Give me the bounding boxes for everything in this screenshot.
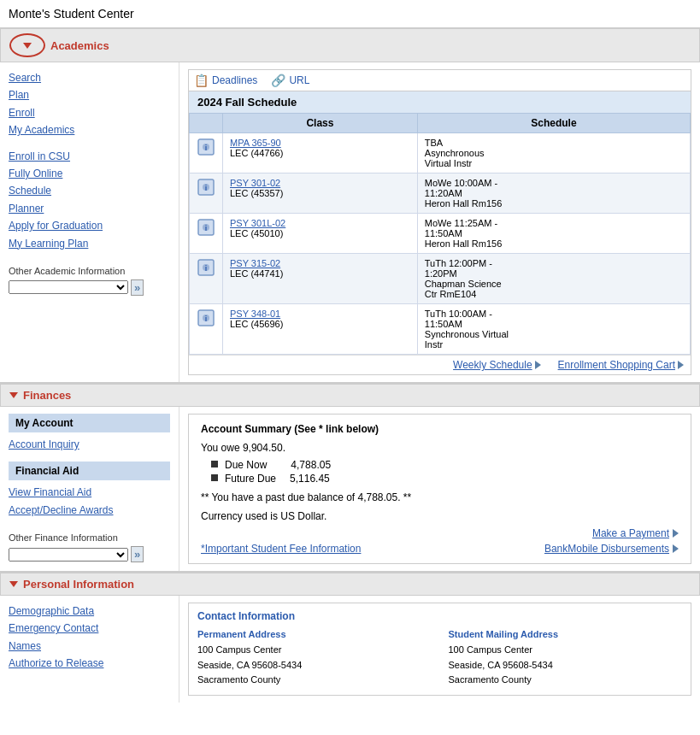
class-code-link[interactable]: PSY 301-02 xyxy=(230,178,280,188)
weekly-schedule-link[interactable]: Weekly Schedule xyxy=(453,359,541,371)
class-schedule-icon[interactable]: i xyxy=(197,138,215,156)
names-link[interactable]: Names xyxy=(9,638,170,655)
past-due-text: ** You have a past due balance of 4,788.… xyxy=(201,491,679,503)
schedule-cell: TBAAsynchronousVirtual Instr xyxy=(417,133,690,173)
class-icon-cell: i xyxy=(190,133,223,173)
deadlines-tab[interactable]: 📋 Deadlines xyxy=(194,74,257,87)
schedule-cell: MoWe 11:25AM -11:50AMHeron Hall Rm156 xyxy=(417,214,690,254)
mailing-address-title: Student Mailing Address xyxy=(449,629,683,639)
class-schedule-icon[interactable]: i xyxy=(197,258,215,277)
class-code-link[interactable]: PSY 315-02 xyxy=(230,258,280,268)
url-icon: 🔗 xyxy=(271,74,285,87)
class-section: LEC (45696) xyxy=(230,319,283,329)
emergency-contact-link[interactable]: Emergency Contact xyxy=(9,620,170,637)
due-now-row: Due Now 4,788.05 xyxy=(211,459,679,471)
account-inquiry-link[interactable]: Account Inquiry xyxy=(9,436,170,453)
future-due-bullet xyxy=(211,474,218,481)
schedule-cell: MoWe 10:00AM -11:20AMHeron Hall Rm156 xyxy=(417,173,690,214)
other-academic-label: Other Academic Information xyxy=(9,266,170,276)
finances-collapse-icon[interactable] xyxy=(9,392,18,398)
deadlines-icon: 📋 xyxy=(194,74,209,87)
finances-header: Finances xyxy=(0,384,700,407)
other-academic-select-row: » xyxy=(9,279,170,296)
svg-text:i: i xyxy=(205,264,208,273)
class-code-link[interactable]: PSY 301L-02 xyxy=(230,218,285,228)
academics-left-panel: Search Plan Enroll My Academics Enroll i… xyxy=(0,62,179,382)
accept-decline-link[interactable]: Accept/Decline Awards xyxy=(9,502,170,519)
schedule-cell: TuTh 10:00AM -11:50AMSynchronous Virtual… xyxy=(417,304,690,355)
make-payment-link[interactable]: Make a Payment xyxy=(592,527,669,539)
tab-bar: 📋 Deadlines 🔗 URL xyxy=(189,70,691,91)
class-icon-cell: i xyxy=(190,254,223,304)
class-code-link[interactable]: PSY 348-01 xyxy=(230,309,280,319)
class-icon-cell: i xyxy=(190,214,223,254)
academics-collapse-icon[interactable] xyxy=(23,43,32,49)
personal-right-panel: Contact Information Permanent Address 10… xyxy=(179,596,700,703)
future-due-label: Future Due xyxy=(225,473,276,485)
apply-graduation-link[interactable]: Apply for Graduation xyxy=(9,217,170,234)
planner-link[interactable]: Planner xyxy=(9,200,170,217)
academics-content: Search Plan Enroll My Academics Enroll i… xyxy=(0,62,700,384)
make-payment-row: Make a Payment xyxy=(592,527,679,539)
weekly-schedule-label: Weekly Schedule xyxy=(453,359,532,371)
finances-left-panel: My Account Account Inquiry Financial Aid… xyxy=(0,407,179,571)
owe-text: You owe 9,904.50. xyxy=(201,442,679,454)
other-academic-go-button[interactable]: » xyxy=(131,279,144,296)
financial-aid-box: Financial Aid xyxy=(9,462,170,480)
plan-link[interactable]: Plan xyxy=(9,86,170,103)
enroll-csu-link[interactable]: Enroll in CSU xyxy=(9,148,170,165)
enrollment-cart-arrow xyxy=(678,361,684,369)
svg-text:i: i xyxy=(205,184,208,192)
schedule-link[interactable]: Schedule xyxy=(9,182,170,199)
class-code-link[interactable]: MPA 365-90 xyxy=(230,138,281,148)
class-section: LEC (44766) xyxy=(230,148,283,158)
url-tab-label: URL xyxy=(289,74,309,86)
schedule-links: Weekly Schedule Enrollment Shopping Cart xyxy=(189,355,691,374)
deadlines-tab-label: Deadlines xyxy=(212,74,257,86)
due-now-amount: 4,788.05 xyxy=(291,459,331,471)
mailing-address: 100 Campus CenterSeaside, CA 95608-5434S… xyxy=(449,643,683,688)
weekly-schedule-arrow xyxy=(535,361,541,369)
enrollment-cart-link[interactable]: Enrollment Shopping Cart xyxy=(558,359,684,371)
other-finance-go-button[interactable]: » xyxy=(131,546,144,562)
academics-circle xyxy=(9,33,45,57)
bankmobile-link[interactable]: BankMobile Disbursements xyxy=(544,543,669,555)
class-schedule-icon[interactable]: i xyxy=(197,218,215,237)
contact-cols: Permanent Address 100 Campus CenterSeasi… xyxy=(197,629,682,688)
other-academic-select[interactable] xyxy=(9,280,128,294)
class-schedule-icon[interactable]: i xyxy=(197,309,215,327)
future-due-row: Future Due 5,116.45 xyxy=(211,473,679,485)
permanent-address: 100 Campus CenterSeaside, CA 95608-5434S… xyxy=(197,643,432,688)
my-academics-link[interactable]: My Academics xyxy=(9,121,170,138)
svg-text:i: i xyxy=(205,315,208,323)
svg-text:i: i xyxy=(205,224,208,232)
class-section: LEC (45357) xyxy=(230,188,283,198)
currency-text: Currency used is US Dollar. xyxy=(201,510,679,522)
demographic-link[interactable]: Demographic Data xyxy=(9,603,170,620)
schedule-cell: TuTh 12:00PM -1:20PMChapman ScienceCtr R… xyxy=(417,254,690,304)
schedule-container: 📋 Deadlines 🔗 URL 2024 Fall Schedule Cla… xyxy=(188,69,691,375)
view-financial-aid-link[interactable]: View Financial Aid xyxy=(9,484,170,501)
authorize-release-link[interactable]: Authorize to Release xyxy=(9,655,170,672)
go-arrows-icon: » xyxy=(134,281,140,294)
important-fee-link[interactable]: *Important Student Fee Information xyxy=(201,543,361,555)
permanent-address-title: Permanent Address xyxy=(197,629,432,639)
col-icon-header xyxy=(190,114,223,133)
search-link[interactable]: Search xyxy=(9,69,170,86)
personal-collapse-icon[interactable] xyxy=(9,581,18,587)
account-summary-title: Account Summary (See * link below) xyxy=(201,423,679,435)
enroll-link[interactable]: Enroll xyxy=(9,104,170,121)
url-tab[interactable]: 🔗 URL xyxy=(271,74,309,87)
class-schedule-icon[interactable]: i xyxy=(197,178,215,197)
make-payment-arrow xyxy=(673,529,679,538)
personal-header: Personal Information xyxy=(0,573,700,596)
account-bottom: *Important Student Fee Information Make … xyxy=(201,522,679,555)
finances-right-panel: Account Summary (See * link below) You o… xyxy=(179,407,700,571)
class-icon-cell: i xyxy=(190,304,223,355)
my-learning-plan-link[interactable]: My Learning Plan xyxy=(9,235,170,252)
permanent-address-col: Permanent Address 100 Campus CenterSeasi… xyxy=(197,629,432,688)
class-cell: PSY 301L-02LEC (45010) xyxy=(223,214,418,254)
fully-online-link[interactable]: Fully Online xyxy=(9,165,170,182)
col-class-header: Class xyxy=(223,114,418,133)
other-finance-select[interactable] xyxy=(9,548,128,562)
